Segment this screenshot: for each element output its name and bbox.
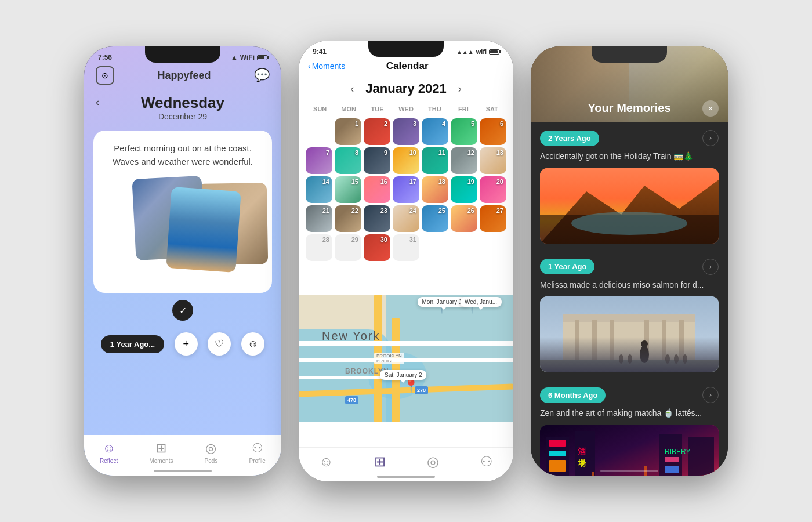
month-title: January 2021 bbox=[365, 81, 446, 96]
svg-point-3 bbox=[571, 212, 687, 235]
phone-memories: Your Memories × 2 Years Ago › Accidental… bbox=[531, 46, 728, 476]
memory-item-2: 1 Year Ago › Melissa made a delicious mi… bbox=[540, 251, 719, 379]
cal-cell-26[interactable]: 26 bbox=[451, 205, 477, 232]
svg-text:酒: 酒 bbox=[578, 447, 586, 456]
cal-tab-pods[interactable]: ◎ bbox=[427, 454, 439, 470]
time-display-2: 9:41 bbox=[313, 48, 327, 56]
svg-rect-33 bbox=[665, 466, 679, 473]
close-button[interactable]: × bbox=[702, 100, 719, 117]
memory-chevron-2[interactable]: › bbox=[702, 259, 719, 275]
svg-rect-11 bbox=[662, 320, 666, 360]
memory-item-3: 6 Months Ago › Zen and the art of making… bbox=[540, 379, 719, 476]
cal-cell-22[interactable]: 22 bbox=[335, 205, 361, 232]
cal-cell-empty bbox=[393, 263, 419, 290]
back-button-calendar[interactable]: ‹ Moments bbox=[308, 61, 345, 71]
cal-cell-9[interactable]: 9 bbox=[364, 147, 390, 174]
cal-tab-profile[interactable]: ⚇ bbox=[480, 454, 493, 470]
month-header: ‹ January 2021 › bbox=[299, 77, 513, 103]
svg-point-18 bbox=[683, 354, 687, 364]
cal-week-5 bbox=[306, 263, 506, 290]
cal-cell-12[interactable]: 12 bbox=[451, 147, 477, 174]
battery-icon bbox=[257, 55, 267, 60]
svg-point-19 bbox=[619, 354, 624, 364]
map-tooltip-2: Wed, Janu... bbox=[460, 297, 502, 307]
memory-photo-3[interactable]: 酒 場 RIBERY bbox=[540, 425, 719, 476]
cal-cell-14[interactable]: 14 bbox=[306, 176, 332, 203]
cal-cell-empty bbox=[422, 263, 448, 290]
memory-chevron-3[interactable]: › bbox=[702, 387, 719, 403]
svg-point-14 bbox=[640, 346, 649, 363]
app-title: Happyfeed bbox=[157, 70, 211, 82]
memory-photo-2[interactable] bbox=[540, 296, 719, 372]
tab-moments-label: Moments bbox=[149, 458, 173, 464]
svg-rect-26 bbox=[549, 440, 566, 447]
cal-cell-3[interactable]: 3 bbox=[393, 118, 419, 145]
camera-icon[interactable]: ⊙ bbox=[96, 66, 114, 85]
svg-text:RIBERY: RIBERY bbox=[665, 448, 690, 456]
status-icons: ▲ WiFi bbox=[231, 53, 267, 61]
tab-moments[interactable]: ⊞ Moments bbox=[149, 441, 173, 464]
cal-cell-empty bbox=[306, 263, 332, 290]
cal-cell-30[interactable]: 30 bbox=[364, 234, 390, 261]
reflect-icon: ☺ bbox=[102, 441, 115, 456]
plus-icon: + bbox=[183, 338, 190, 350]
memory-photo-1[interactable] bbox=[540, 168, 719, 244]
cal-cell-16[interactable]: 16 bbox=[364, 176, 390, 203]
city-label: New York bbox=[322, 329, 380, 343]
cal-cell-10[interactable]: 10 bbox=[393, 147, 419, 174]
cal-cell-empty bbox=[480, 263, 506, 290]
svg-point-17 bbox=[674, 354, 679, 364]
like-button[interactable]: ♡ bbox=[208, 332, 231, 356]
day-fri: FRI bbox=[449, 103, 477, 115]
memory-item-1: 2 Years Ago › Accidentally got on the Ho… bbox=[540, 122, 719, 251]
cal-cell-5[interactable]: 5 bbox=[451, 118, 477, 145]
tab-reflect[interactable]: ☺ Reflect bbox=[100, 441, 118, 464]
cal-cell-27[interactable]: 27 bbox=[480, 205, 506, 232]
cal-cell-23[interactable]: 23 bbox=[364, 205, 390, 232]
cal-cell-8[interactable]: 8 bbox=[335, 147, 361, 174]
cal-cell-13[interactable]: 13 bbox=[480, 147, 506, 174]
cal-week-2: 14151617181920 bbox=[306, 176, 506, 203]
back-button[interactable]: ‹ bbox=[96, 96, 99, 108]
emoji-button[interactable]: ☺ bbox=[241, 332, 264, 356]
phone-calendar: 9:41 ▲▲▲ wifi ‹ Moments Calendar ‹ Janua… bbox=[299, 41, 513, 481]
cal-cell-17[interactable]: 17 bbox=[393, 176, 419, 203]
cal-cell-28[interactable]: 28 bbox=[306, 234, 332, 261]
prev-month-button[interactable]: ‹ bbox=[350, 83, 354, 95]
cal-cell-6[interactable]: 6 bbox=[480, 118, 506, 145]
memory-chevron-1[interactable]: › bbox=[702, 130, 719, 146]
check-badge: ✓ bbox=[84, 300, 281, 321]
cal-cell-24[interactable]: 24 bbox=[393, 205, 419, 232]
add-button[interactable]: + bbox=[175, 332, 198, 356]
cal-tab-reflect[interactable]: ☺ bbox=[319, 454, 334, 470]
tab-pods[interactable]: ◎ Pods bbox=[205, 441, 218, 464]
tab-profile[interactable]: ⚇ Profile bbox=[249, 441, 266, 464]
cal-cell-11[interactable]: 11 bbox=[422, 147, 448, 174]
time-badge-2: 1 Year Ago bbox=[540, 259, 594, 274]
cal-cell-25[interactable]: 25 bbox=[422, 205, 448, 232]
cal-cell-2[interactable]: 2 bbox=[364, 118, 390, 145]
cal-cell-21[interactable]: 21 bbox=[306, 205, 332, 232]
memory-text-3: Zen and the art of making matcha 🍵 latté… bbox=[540, 408, 719, 419]
svg-rect-9 bbox=[610, 320, 614, 360]
cal-cell-7[interactable]: 7 bbox=[306, 147, 332, 174]
badge-row-1: 2 Years Ago › bbox=[540, 130, 719, 146]
cal-cell-18[interactable]: 18 bbox=[422, 176, 448, 203]
tab-pods-label: Pods bbox=[205, 458, 218, 464]
cal-tab-moments[interactable]: ⊞ bbox=[374, 454, 386, 470]
photo-wave[interactable] bbox=[166, 187, 241, 273]
next-month-button[interactable]: › bbox=[458, 83, 462, 95]
cal-cell-4[interactable]: 4 bbox=[422, 118, 448, 145]
cal-cell-empty bbox=[364, 263, 390, 290]
signal-icon: ▲ bbox=[231, 53, 238, 61]
cal-cell-19[interactable]: 19 bbox=[451, 176, 477, 203]
chat-icon[interactable]: 💬 bbox=[254, 68, 270, 83]
cal-cell-1[interactable]: 1 bbox=[335, 118, 361, 145]
cal-cell-20[interactable]: 20 bbox=[480, 176, 506, 203]
year-ago-button[interactable]: 1 Year Ago... bbox=[101, 335, 164, 353]
cal-cell-29[interactable]: 29 bbox=[335, 234, 361, 261]
checkmark-icon[interactable]: ✓ bbox=[172, 300, 193, 321]
days-header: SUN MON TUE WED THU FRI SAT bbox=[306, 103, 506, 115]
cal-cell-31[interactable]: 31 bbox=[393, 234, 419, 261]
cal-cell-15[interactable]: 15 bbox=[335, 176, 361, 203]
